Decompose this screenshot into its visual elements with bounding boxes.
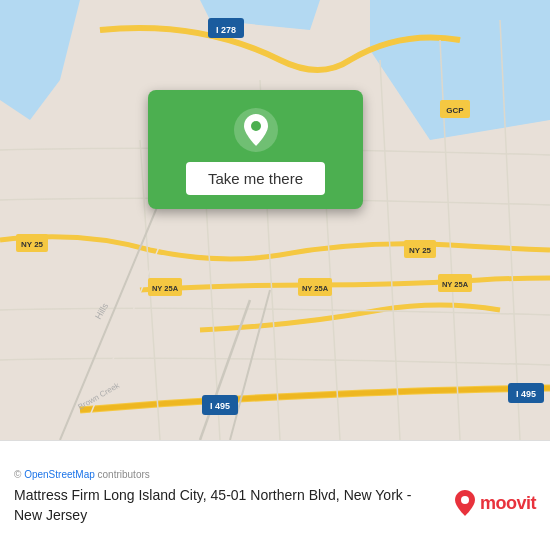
svg-text:NY 25A: NY 25A	[302, 284, 329, 293]
place-name: Mattress Firm Long Island City, 45-01 No…	[14, 486, 442, 525]
moovit-logo: moovit	[454, 490, 536, 516]
place-info: Mattress Firm Long Island City, 45-01 No…	[14, 486, 536, 525]
svg-text:I 278: I 278	[216, 25, 236, 35]
map-background: I 278 NY 25 NY 25 NY 25A NY 25A NY 25A I…	[0, 0, 550, 440]
svg-text:NY 25A: NY 25A	[152, 284, 179, 293]
map-container: I 278 NY 25 NY 25 NY 25A NY 25A NY 25A I…	[0, 0, 550, 440]
svg-point-25	[251, 121, 261, 131]
svg-text:NY 25: NY 25	[409, 246, 432, 255]
svg-text:GCP: GCP	[446, 106, 464, 115]
info-bar: © OpenStreetMap contributors Mattress Fi…	[0, 440, 550, 550]
moovit-brand: moovit	[480, 493, 536, 514]
svg-text:NY 25A: NY 25A	[442, 280, 469, 289]
svg-text:I 495: I 495	[210, 401, 230, 411]
svg-point-26	[461, 496, 469, 504]
moovit-pin-icon	[454, 490, 476, 516]
svg-text:I 495: I 495	[516, 389, 536, 399]
location-pin-icon	[234, 108, 278, 152]
take-me-there-button[interactable]: Take me there	[186, 162, 325, 195]
location-card: Take me there	[148, 90, 363, 209]
svg-text:NY 25: NY 25	[21, 240, 44, 249]
map-attribution: © OpenStreetMap contributors	[14, 469, 536, 480]
